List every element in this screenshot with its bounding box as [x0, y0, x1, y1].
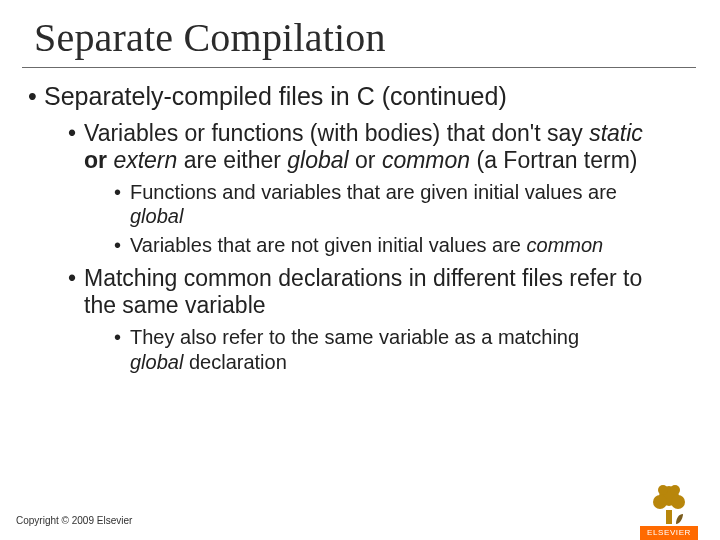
bullet-level-3: Functions and variables that are given i… — [114, 180, 672, 257]
svg-point-2 — [653, 495, 667, 509]
text: They also refer to the same variable as … — [130, 326, 579, 348]
text: Functions and variables that are given i… — [130, 181, 617, 203]
keyword-global: global — [130, 205, 183, 227]
bullet-level-2: Variables or functions (with bodies) tha… — [68, 120, 720, 374]
slide: Separate Compilation Separately-compiled… — [0, 14, 720, 540]
keyword-common: common — [382, 147, 470, 173]
keyword-extern: extern — [113, 147, 177, 173]
svg-point-3 — [671, 495, 685, 509]
bullet-item: Separately-compiled files in C (continue… — [28, 82, 720, 374]
text: or — [349, 147, 382, 173]
svg-rect-0 — [666, 510, 672, 524]
bullet-text: Separately-compiled files in C (continue… — [44, 82, 507, 110]
bullet-item: Functions and variables that are given i… — [114, 180, 672, 229]
text: Matching common declarations in differen… — [84, 265, 642, 318]
elsevier-logo: ELSEVIER — [640, 480, 698, 540]
svg-point-5 — [670, 485, 680, 495]
keyword-static: static — [589, 120, 643, 146]
bullet-item: They also refer to the same variable as … — [114, 325, 672, 374]
slide-title: Separate Compilation — [34, 14, 720, 61]
keyword-global: global — [287, 147, 348, 173]
text: are either — [177, 147, 287, 173]
text: (a Fortran term) — [470, 147, 637, 173]
tree-icon — [646, 480, 692, 524]
keyword-global: global — [130, 351, 183, 373]
text: Variables or functions (with bodies) tha… — [84, 120, 589, 146]
bullet-item: Variables that are not given initial val… — [114, 233, 672, 257]
bullet-item: Matching common declarations in differen… — [68, 265, 720, 374]
copyright-text: Copyright © 2009 Elsevier — [16, 515, 132, 526]
logo-label: ELSEVIER — [640, 526, 698, 540]
keyword-common: common — [527, 234, 604, 256]
text: declaration — [183, 351, 286, 373]
bullet-level-3: They also refer to the same variable as … — [114, 325, 672, 374]
text: or — [84, 147, 113, 173]
svg-point-4 — [658, 485, 668, 495]
bullet-item: Variables or functions (with bodies) tha… — [68, 120, 720, 257]
title-underline — [22, 67, 696, 68]
text: Variables that are not given initial val… — [130, 234, 527, 256]
bullet-level-1: Separately-compiled files in C (continue… — [28, 82, 720, 374]
